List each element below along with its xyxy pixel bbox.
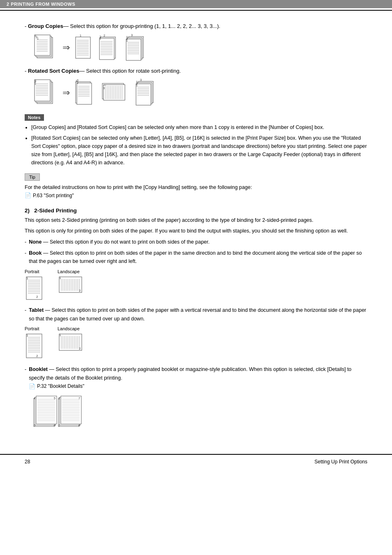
book-landscape-diagram: 1 2 [58, 275, 86, 296]
page-footer: 28 Setting Up Print Options [0, 454, 392, 469]
book-icon-2: 📄 [29, 382, 35, 391]
tablet-landscape-diagram: 1 2 [58, 332, 86, 354]
two-sided-desc-2: This option is only for printing on both… [25, 227, 367, 235]
tip-label: Tip [25, 173, 40, 181]
svg-text:2: 2 [79, 347, 81, 350]
group-copies-stack-before: 3 2 1 [33, 33, 58, 62]
tip-ref-link: 📄 P.63 "Sort printing" [25, 191, 367, 200]
svg-text:7: 7 [78, 397, 80, 400]
svg-text:1: 1 [59, 276, 61, 280]
book-portrait-group: Portrait 1 2 [25, 269, 45, 302]
notes-item-2: [Rotated Sort Copies] can be selected on… [31, 134, 367, 167]
group-copies-diagram: 3 2 1 ⇒ 1 2 [33, 33, 367, 62]
book-diagrams: Portrait 1 2 Landscape [25, 269, 367, 302]
svg-text:1: 1 [136, 84, 138, 87]
svg-text:1: 1 [59, 333, 61, 337]
arrow-icon-2: ⇒ [62, 88, 70, 98]
two-sided-desc-1: This option sets 2-Sided printing (print… [25, 216, 367, 225]
tablet-diagrams: Portrait 1 2 Landsc [25, 326, 367, 361]
rotated-sort-stack-before: 3 2 1 [33, 78, 58, 108]
svg-text:2: 2 [79, 289, 81, 292]
svg-rect-187 [61, 396, 81, 424]
notes-label: Notes [25, 114, 44, 121]
svg-text:1: 1 [26, 334, 28, 337]
tablet-landscape-label: Landscape [58, 326, 80, 331]
rotated-sort-copies-label: - Rotated Sort Copies— Select this optio… [25, 68, 367, 74]
tablet-portrait-diagram: 1 2 [25, 332, 45, 361]
booklet-ref-link: 📄 P.32 "Booklet Details" [29, 382, 367, 391]
book-portrait-diagram: 1 2 [25, 275, 45, 302]
rotated-sort-copies-section: - Rotated Sort Copies— Select this optio… [25, 68, 367, 108]
group-copies-label: - Group Copies— Select this option for g… [25, 23, 367, 29]
svg-text:1: 1 [26, 276, 28, 280]
page-title: Setting Up Print Options [314, 459, 367, 465]
svg-rect-82 [104, 85, 125, 100]
tablet-landscape-group: Landscape 1 2 [58, 326, 86, 361]
svg-text:5: 5 [54, 397, 55, 400]
svg-text:3: 3 [34, 424, 35, 427]
svg-rect-136 [26, 334, 42, 358]
none-item: - None — Select this option if you do no… [25, 238, 367, 246]
two-sided-printing-section: 2) 2-Sided Printing This option sets 2-S… [25, 207, 367, 437]
svg-text:1: 1 [37, 37, 39, 40]
booklet-diagram: 4 3 5 6 [33, 394, 82, 435]
notes-content: [Group Copies] and [Rotated Sort Copies]… [25, 123, 367, 167]
svg-text:1: 1 [126, 39, 128, 42]
svg-text:3: 3 [140, 78, 142, 81]
book-item: - Book — Select this option to print on … [25, 249, 367, 266]
booklet-item: - Booklet — Select this option to print … [25, 365, 367, 391]
svg-text:2: 2 [77, 81, 78, 84]
svg-text:6: 6 [54, 424, 55, 427]
svg-text:2: 2 [36, 354, 38, 358]
svg-text:3: 3 [103, 87, 105, 90]
group-copies-section: - Group Copies— Select this option for g… [25, 23, 367, 62]
rotated-sort-copies-diagram: 3 2 1 ⇒ 3 3 2 [33, 78, 367, 108]
svg-text:1: 1 [58, 424, 60, 427]
svg-rect-121 [59, 277, 82, 292]
page-number: 28 [25, 459, 30, 465]
rotated-sort-result-3: 3 3 2 1 [134, 78, 160, 108]
svg-text:2: 2 [104, 34, 105, 37]
svg-text:1: 1 [99, 37, 101, 40]
svg-text:2: 2 [36, 295, 38, 299]
svg-text:4: 4 [34, 397, 35, 400]
svg-rect-149 [59, 334, 82, 350]
tip-content: For the detailed instructions on how to … [25, 183, 367, 200]
page-header: 2 PRINTING FROM WINDOWS [0, 0, 392, 8]
arrow-icon: ⇒ [62, 42, 70, 53]
book-landscape-group: Landscape 1 2 [58, 269, 86, 302]
group-copies-result-2: 2 2 1 [98, 33, 120, 62]
notes-box: Notes [Group Copies] and [Rotated Sort C… [25, 114, 367, 167]
booklet-diagram-container: 4 3 5 6 [33, 394, 367, 437]
header-title: 2 PRINTING FROM WINDOWS [7, 2, 75, 7]
book-icon: 📄 [25, 191, 31, 200]
tablet-portrait-label: Portrait [25, 326, 39, 331]
rotated-sort-result-2: — 3 [101, 82, 130, 104]
notes-list: [Group Copies] and [Rotated Sort Copies]… [31, 123, 367, 167]
svg-text:3: 3 [131, 34, 133, 37]
svg-text:1: 1 [35, 82, 36, 85]
rotated-sort-result-1: 3 3 2 [74, 78, 97, 108]
book-portrait-label: Portrait [25, 269, 39, 274]
svg-text:1: 1 [80, 34, 81, 37]
svg-text:8: 8 [78, 424, 80, 427]
svg-rect-166 [36, 396, 57, 424]
tablet-item: - Tablet — Select this option to print o… [25, 306, 367, 323]
tip-box: Tip For the detailed instructions on how… [25, 173, 367, 200]
main-content: - Group Copies— Select this option for g… [0, 10, 392, 454]
svg-text:—: — [103, 83, 106, 86]
group-copies-result-3: 3 3 2 1 [125, 33, 150, 62]
group-copies-result-1: 1 [74, 33, 94, 62]
book-landscape-label: Landscape [58, 269, 80, 274]
tablet-portrait-group: Portrait 1 2 [25, 326, 45, 361]
notes-item-1: [Group Copies] and [Rotated Sort Copies]… [31, 123, 367, 131]
two-sided-printing-heading: 2) 2-Sided Printing [25, 207, 367, 214]
svg-text:2: 2 [58, 397, 60, 400]
